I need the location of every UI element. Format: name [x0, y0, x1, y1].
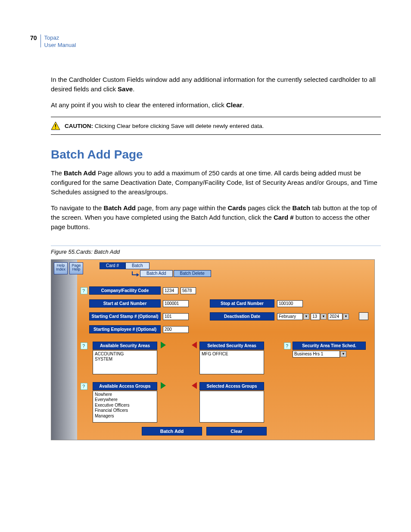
figure-divider — [51, 246, 381, 246]
chevron-down-icon[interactable]: ▼ — [340, 351, 346, 357]
select-deact-month[interactable]: February — [277, 313, 303, 320]
move-right-icon[interactable] — [161, 382, 166, 389]
help-index-button[interactable]: Help Index — [54, 262, 68, 274]
help-icon[interactable]: ? — [81, 383, 87, 390]
tab-card-number[interactable]: Card # — [100, 262, 125, 269]
svg-text:?: ? — [82, 343, 85, 348]
select-deact-year[interactable]: 2024 — [328, 313, 342, 320]
doc-title: Topaz User Manual — [44, 34, 76, 49]
batch-add-button[interactable]: Batch Add — [142, 427, 202, 436]
label-stop-card: Stop at Card Number — [210, 299, 274, 308]
list-avail-groups[interactable]: Nowhere Everywhere Executive Officers Fi… — [93, 391, 157, 423]
label-start-card: Start at Card Number — [89, 299, 161, 308]
section-para-2: To navigate to the Batch Add page, from … — [51, 203, 381, 231]
label-starting-stamp: Starting Card Stamp # (Optional) — [89, 312, 161, 320]
select-deact-day[interactable]: 13 — [311, 313, 320, 320]
input-facility-code[interactable]: 5678 — [181, 287, 196, 294]
doc-title-line1: Topaz — [44, 34, 76, 42]
warning-icon — [51, 121, 60, 130]
svg-marker-3 — [137, 273, 139, 277]
move-left-icon[interactable] — [192, 382, 197, 389]
header-selected-security: Selected Security Areas — [199, 342, 264, 350]
input-company-code[interactable]: 1234 — [163, 287, 178, 294]
header-divider — [40, 34, 41, 47]
list-item[interactable]: Everywhere — [95, 397, 155, 403]
intro-para-1: In the Cardholder Custom Fields window a… — [51, 75, 381, 94]
calendar-icon[interactable] — [359, 312, 368, 320]
select-time-sched[interactable]: Business Hrs 1 — [293, 351, 340, 358]
header-avail-security: Available Security Areas — [93, 342, 157, 350]
screenshot-batch-add: Help Index Page Help Card # Batch Batch … — [51, 259, 375, 440]
tab-batch-add[interactable]: Batch Add — [140, 270, 173, 277]
intro-para-2: At any point if you wish to clear the en… — [51, 100, 381, 110]
move-right-icon[interactable] — [161, 342, 166, 348]
svg-text:?: ? — [82, 384, 85, 389]
chevron-down-icon[interactable]: ▼ — [303, 314, 309, 320]
list-selected-security[interactable]: MFG OFFICE — [199, 350, 264, 374]
tab-batch[interactable]: Batch — [125, 262, 149, 269]
header-selected-groups: Selected Access Groups — [199, 382, 264, 390]
page-number: 70 — [30, 34, 37, 41]
page-help-button[interactable]: Page Help — [69, 262, 83, 274]
chevron-down-icon[interactable]: ▼ — [343, 314, 349, 320]
figure-caption: Figure 55.Cards: Batch Add — [51, 249, 381, 255]
help-icon[interactable]: ? — [284, 342, 291, 349]
section-title: Batch Add Page — [51, 148, 381, 162]
input-start-card[interactable]: 100001 — [163, 300, 189, 307]
list-item[interactable]: Financial Officers — [95, 408, 155, 414]
input-starting-stamp[interactable]: 101 — [163, 313, 189, 320]
help-icon[interactable]: ? — [81, 287, 87, 294]
list-avail-security[interactable]: ACCOUNTING SYSTEM — [93, 350, 157, 374]
caution-box: CAUTION: Clicking Clear before clicking … — [51, 117, 381, 135]
header-time-sched: Security Area Time Sched. — [293, 342, 366, 350]
doc-title-line2: User Manual — [44, 42, 76, 49]
section-para-1: The Batch Add Page allows you to add a m… — [51, 168, 381, 196]
page-header: 70 Topaz User Manual — [30, 34, 381, 49]
label-company-facility: Company/Facility Code — [89, 286, 161, 295]
caution-text: CAUTION: Clicking Clear before clicking … — [65, 123, 264, 129]
input-starting-employee[interactable]: 200 — [163, 326, 189, 333]
move-left-icon[interactable] — [192, 342, 197, 348]
clear-button[interactable]: Clear — [206, 427, 267, 436]
tab-batch-delete[interactable]: Batch Delete — [174, 270, 211, 277]
list-item[interactable]: SYSTEM — [95, 357, 155, 362]
label-starting-employee: Starting Employee # (Optional) — [89, 325, 161, 333]
list-selected-groups[interactable] — [199, 391, 264, 423]
svg-rect-1 — [55, 124, 56, 127]
topbar: Help Index Page Help Card # Batch Batch … — [54, 262, 211, 277]
list-item[interactable]: ACCOUNTING — [95, 352, 155, 357]
header-avail-groups: Available Access Groups — [93, 382, 157, 390]
svg-text:?: ? — [82, 288, 85, 293]
list-item[interactable]: Executive Officers — [95, 403, 155, 408]
svg-text:?: ? — [286, 343, 288, 348]
label-deactivation: Deactivation Date — [210, 312, 274, 320]
list-item[interactable]: MFG OFFICE — [202, 352, 262, 357]
list-item[interactable]: Nowhere — [95, 392, 155, 398]
svg-rect-2 — [55, 128, 56, 129]
help-icon[interactable]: ? — [81, 342, 87, 349]
list-item[interactable]: Managers — [95, 414, 155, 419]
sub-arrow-icon — [131, 271, 139, 277]
chevron-down-icon[interactable]: ▼ — [321, 314, 327, 320]
input-stop-card[interactable]: 100100 — [277, 300, 303, 307]
